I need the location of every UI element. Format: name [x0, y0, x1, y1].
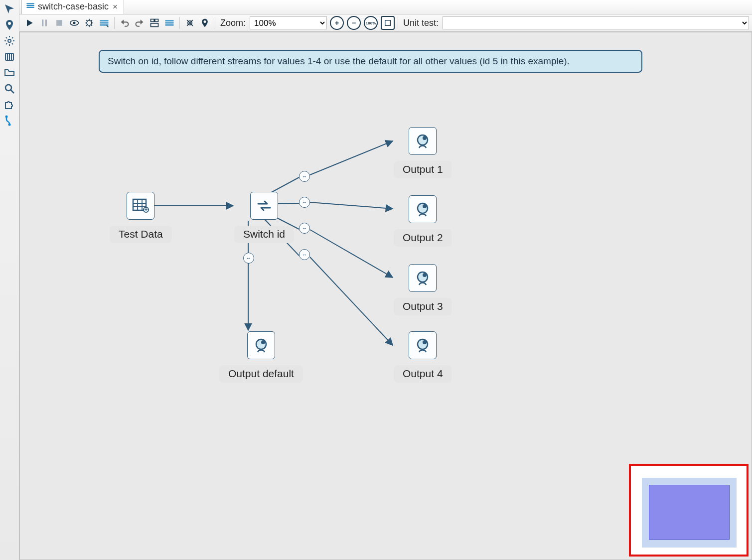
node-label: Output 2	[394, 229, 452, 247]
redo-button[interactable]	[133, 16, 147, 30]
svg-rect-22	[385, 20, 391, 26]
svg-point-42	[418, 339, 428, 349]
nohop-button[interactable]	[183, 16, 197, 30]
svg-point-13	[73, 22, 76, 24]
run-button[interactable]	[22, 16, 36, 30]
close-icon[interactable]: ×	[113, 2, 118, 12]
hop-joint-4[interactable]: ↔	[299, 249, 310, 260]
mode-button[interactable]	[162, 16, 176, 30]
folder-icon[interactable]	[0, 65, 18, 81]
svg-line-31	[310, 202, 393, 209]
tab-bar: switch-case-basic ×	[19, 0, 752, 14]
memory-icon[interactable]	[0, 49, 18, 65]
separator	[114, 17, 115, 29]
tab-title: switch-case-basic	[38, 1, 109, 12]
minimap[interactable]	[629, 464, 749, 557]
svg-point-39	[423, 204, 427, 208]
svg-rect-11	[56, 20, 62, 26]
navigator-icon[interactable]	[0, 1, 18, 17]
tab-switch-case-basic[interactable]: switch-case-basic ×	[21, 0, 124, 14]
svg-point-45	[261, 340, 265, 344]
hop-joint-2[interactable]: ↔	[299, 197, 310, 208]
node-label: Output 1	[394, 161, 452, 178]
separator	[398, 17, 398, 29]
separator	[179, 17, 180, 29]
node-label: Output 3	[394, 298, 452, 315]
node-output-3[interactable]: Output 3	[394, 264, 452, 315]
left-rail	[0, 0, 19, 560]
auto-layout-button[interactable]	[148, 16, 161, 30]
unit-test-select[interactable]	[443, 16, 749, 29]
svg-point-37	[423, 136, 427, 140]
unit-test-label: Unit test:	[403, 18, 439, 28]
zoom-select[interactable]: 100%	[250, 16, 327, 29]
zoom-100-button[interactable]: 100%	[364, 16, 378, 30]
clean-button[interactable]	[97, 16, 111, 30]
svg-rect-18	[155, 19, 158, 22]
preview-button[interactable]	[67, 16, 81, 30]
undo-button[interactable]	[118, 16, 132, 30]
svg-point-38	[418, 203, 428, 213]
svg-point-7	[8, 124, 11, 126]
canvas[interactable]: Switch on id, follow different streams f…	[19, 32, 752, 560]
debug-button[interactable]	[82, 16, 96, 30]
svg-point-40	[418, 272, 428, 282]
svg-line-30	[310, 141, 393, 175]
svg-point-21	[204, 20, 206, 23]
location-button[interactable]	[198, 16, 212, 30]
gear-icon[interactable]	[0, 33, 18, 49]
node-label: Test Data	[110, 226, 172, 243]
node-switch-id[interactable]: Switch id	[234, 192, 294, 243]
svg-point-2	[8, 39, 11, 42]
svg-rect-10	[45, 19, 47, 26]
pipeline-icon	[26, 1, 35, 12]
node-label: Switch id	[234, 226, 294, 243]
svg-point-43	[423, 340, 427, 344]
svg-point-1	[8, 22, 11, 25]
svg-point-44	[256, 339, 266, 349]
hop-joint-3[interactable]: ↔	[299, 223, 310, 234]
pause-button[interactable]	[37, 16, 51, 30]
branch-icon[interactable]	[0, 113, 18, 129]
svg-point-4	[5, 85, 11, 91]
node-output-4[interactable]: Output 4	[394, 331, 452, 383]
svg-rect-17	[151, 19, 154, 22]
svg-marker-0	[5, 4, 14, 13]
separator	[215, 17, 215, 29]
node-label: Output 4	[394, 365, 452, 383]
location-pin-icon[interactable]	[0, 17, 18, 33]
svg-line-5	[11, 90, 14, 93]
svg-point-41	[423, 273, 427, 277]
svg-marker-16	[141, 19, 144, 24]
node-output-2[interactable]: Output 2	[394, 195, 452, 247]
zoom-label: Zoom:	[220, 18, 246, 28]
puzzle-icon[interactable]	[0, 97, 18, 113]
zoom-fit-button[interactable]	[381, 16, 395, 30]
svg-marker-15	[121, 19, 124, 24]
toolbar: Zoom: 100% + − 100% Unit test:	[19, 14, 752, 32]
svg-point-36	[418, 135, 428, 145]
svg-marker-8	[27, 19, 33, 26]
node-label: Output default	[219, 365, 303, 383]
node-output-1[interactable]: Output 1	[394, 127, 452, 178]
hop-joint-default[interactable]: ↔	[243, 253, 254, 264]
node-output-default[interactable]: Output default	[219, 331, 303, 383]
svg-rect-19	[151, 23, 158, 27]
zoom-minus-button[interactable]: −	[347, 16, 361, 30]
svg-point-6	[5, 116, 8, 118]
minimap-viewport[interactable]	[649, 485, 730, 540]
svg-rect-9	[42, 19, 43, 26]
node-test-data[interactable]: Test Data	[110, 192, 172, 243]
stop-button[interactable]	[52, 16, 66, 30]
zoom-plus-button[interactable]: +	[330, 16, 344, 30]
hop-joint-1[interactable]: ↔	[299, 171, 310, 182]
search-icon[interactable]	[0, 81, 18, 97]
